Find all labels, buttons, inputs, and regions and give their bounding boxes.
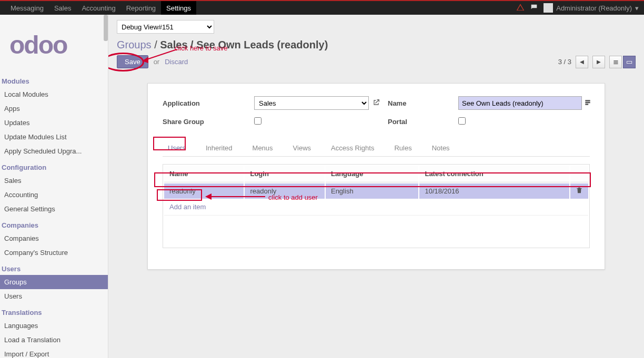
cell-login: readonly [245, 183, 324, 199]
breadcrumb: Groups / Sales / See Own Leads (readonly… [117, 37, 636, 55]
breadcrumb-groups[interactable]: Groups [117, 39, 152, 50]
sidebar-item-update-modules-list[interactable]: Update Modules List [0, 130, 108, 144]
view-form-button[interactable]: ▭ [623, 56, 636, 68]
col-language[interactable]: Language [326, 166, 418, 182]
alert-icon[interactable] [516, 3, 525, 13]
application-select[interactable]: Sales [254, 96, 369, 110]
or-text: or [154, 58, 160, 66]
col-latest[interactable]: Latest connection [419, 166, 569, 182]
pager-text: 3 / 3 [558, 58, 571, 66]
avatar-icon [544, 3, 553, 13]
name-input[interactable] [458, 96, 582, 110]
sidebar-item-apps[interactable]: Apps [0, 101, 108, 116]
save-button[interactable]: Save [117, 55, 148, 68]
form-icon: ▭ [626, 58, 632, 66]
main-content: Debug View#151 Groups / Sales / See Own … [108, 15, 644, 358]
chat-icon[interactable] [530, 3, 538, 13]
sidebar-item-sales[interactable]: Sales [0, 173, 108, 188]
nav-messaging[interactable]: Messaging [5, 1, 49, 15]
users-table: Name Login Language Latest connection re… [163, 164, 590, 248]
form-sheet: Application Sales Name Share Group Porta… [147, 83, 605, 270]
section-companies: Companies [0, 219, 108, 231]
sidebar-item-groups[interactable]: Groups [0, 275, 108, 289]
tabs: Users Inherited Menus Views Access Right… [163, 141, 590, 157]
sidebar-item-apply-scheduled[interactable]: Apply Scheduled Upgra... [0, 144, 108, 158]
tab-access-rights[interactable]: Access Rights [326, 141, 379, 156]
arrow-left-icon: ◄ [579, 58, 586, 66]
sidebar-item-import-export[interactable]: Import / Export [0, 347, 108, 358]
sidebar-item-company-structure[interactable]: Company's Structure [0, 246, 108, 260]
external-link-icon[interactable] [372, 98, 380, 108]
cell-language: English [326, 183, 418, 199]
nav-reporting[interactable]: Reporting [121, 1, 161, 15]
add-item-row: Add an item [164, 200, 588, 214]
user-name: Administrator (Readonly) [556, 4, 632, 12]
pager-next-button[interactable]: ► [592, 56, 605, 68]
tab-rules[interactable]: Rules [389, 141, 417, 156]
logo: odoo [0, 15, 108, 72]
tab-views[interactable]: Views [288, 141, 316, 156]
tab-users[interactable]: Users [163, 141, 191, 156]
sidebar-item-companies[interactable]: Companies [0, 231, 108, 246]
section-configuration: Configuration [0, 161, 108, 173]
user-menu[interactable]: Administrator (Readonly) ▾ [544, 3, 639, 13]
nav-settings[interactable]: Settings [161, 1, 196, 15]
top-nav: Messaging Sales Accounting Reporting Set… [0, 0, 644, 15]
sidebar-item-languages[interactable]: Languages [0, 319, 108, 333]
add-item-link[interactable]: Add an item [169, 203, 206, 211]
pager-prev-button[interactable]: ◄ [576, 56, 588, 68]
share-group-label: Share Group [163, 118, 247, 126]
breadcrumb-leaf: See Own Leads (readonly) [196, 39, 328, 50]
nav-accounting[interactable]: Accounting [76, 1, 120, 15]
share-group-checkbox[interactable] [254, 117, 261, 125]
cell-latest: 10/18/2016 [419, 183, 569, 199]
table-row[interactable]: readonly readonly English 10/18/2016 [164, 183, 588, 199]
section-users: Users [0, 263, 108, 275]
translate-icon[interactable] [584, 99, 591, 108]
arrow-right-icon: ► [596, 58, 602, 66]
section-translations: Translations [0, 306, 108, 319]
breadcrumb-sales: Sales [160, 39, 187, 50]
sidebar-item-accounting[interactable]: Accounting [0, 188, 108, 202]
sidebar-item-load-translation[interactable]: Load a Translation [0, 333, 108, 347]
sidebar-item-local-modules[interactable]: Local Modules [0, 87, 108, 101]
col-name[interactable]: Name [164, 166, 244, 182]
discard-button[interactable]: Discard [165, 58, 188, 66]
cell-name: readonly [164, 183, 244, 199]
nav-sales[interactable]: Sales [49, 1, 77, 15]
sidebar-item-users[interactable]: Users [0, 289, 108, 303]
trash-icon[interactable] [576, 188, 583, 196]
portal-checkbox[interactable] [458, 117, 466, 125]
tab-menus[interactable]: Menus [247, 141, 278, 156]
application-label: Application [163, 99, 247, 107]
name-label: Name [388, 99, 451, 107]
view-list-button[interactable]: ≣ [609, 56, 622, 68]
col-login[interactable]: Login [245, 166, 324, 182]
list-icon: ≣ [613, 58, 619, 66]
top-menu: Messaging Sales Accounting Reporting Set… [5, 1, 196, 15]
portal-label: Portal [388, 118, 451, 126]
section-modules: Modules [0, 75, 108, 87]
debug-view-select[interactable]: Debug View#151 [117, 20, 214, 34]
chevron-down-icon: ▾ [635, 4, 639, 12]
tab-notes[interactable]: Notes [427, 141, 455, 156]
sidebar: odoo Modules Local Modules Apps Updates … [0, 15, 108, 358]
sidebar-item-updates[interactable]: Updates [0, 116, 108, 130]
tab-inherited[interactable]: Inherited [200, 141, 238, 156]
sidebar-item-general-settings[interactable]: General Settings [0, 202, 108, 216]
